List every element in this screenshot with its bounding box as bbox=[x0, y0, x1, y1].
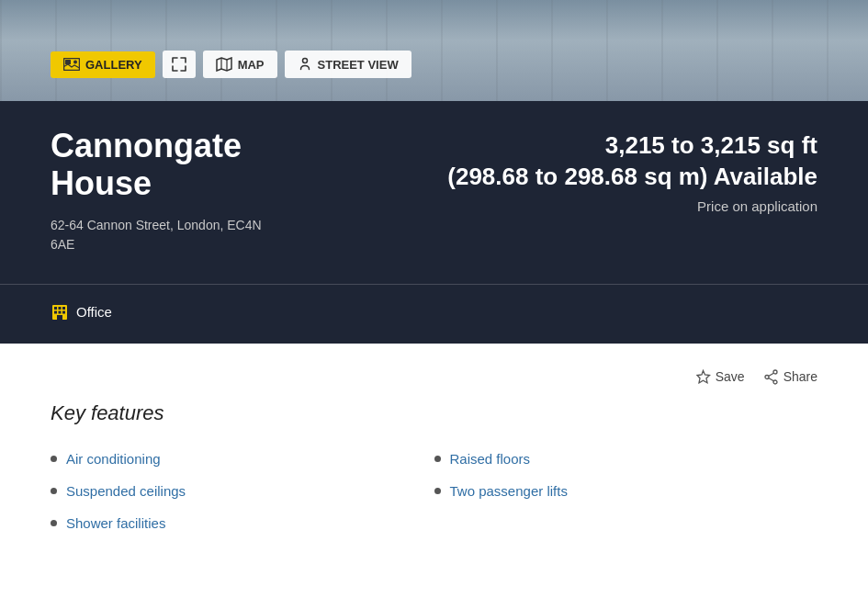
list-item: Suspended ceilings bbox=[51, 483, 434, 499]
svg-rect-8 bbox=[54, 310, 57, 313]
svg-point-13 bbox=[773, 380, 777, 384]
type-badge: Office bbox=[51, 303, 817, 321]
share-icon bbox=[763, 369, 779, 385]
gallery-button[interactable]: GALLERY bbox=[51, 51, 155, 78]
info-bar: Cannongate House 62-64 Cannon Street, Lo… bbox=[0, 101, 868, 284]
building-icon bbox=[51, 303, 69, 321]
list-item: Two passenger lifts bbox=[434, 483, 818, 499]
map-button[interactable]: MAP bbox=[203, 51, 277, 78]
svg-point-3 bbox=[302, 59, 307, 63]
list-item: Raised floors bbox=[434, 451, 818, 467]
svg-line-16 bbox=[768, 378, 773, 380]
map-icon bbox=[216, 57, 232, 72]
size-text: 3,215 to 3,215 sq ft (298.68 to 298.68 s… bbox=[447, 130, 817, 193]
bullet-icon bbox=[434, 456, 441, 462]
price-text: Price on application bbox=[447, 198, 817, 214]
svg-line-15 bbox=[768, 373, 773, 376]
property-title: Cannongate House bbox=[51, 127, 262, 203]
actions-row: Save Share bbox=[51, 369, 817, 385]
property-address: 62-64 Cannon Street, London, EC4N 6AE bbox=[51, 216, 262, 254]
info-right: 3,215 to 3,215 sq ft (298.68 to 298.68 s… bbox=[447, 127, 817, 214]
list-item: Shower facilities bbox=[51, 515, 434, 531]
star-icon bbox=[695, 369, 711, 385]
feature-link-shower-facilities[interactable]: Shower facilities bbox=[66, 515, 165, 531]
section-title: Key features bbox=[51, 401, 817, 425]
street-view-icon bbox=[298, 57, 312, 72]
bullet-icon bbox=[51, 456, 57, 462]
features-right-column: Raised floors Two passenger lifts bbox=[434, 451, 818, 531]
info-left: Cannongate House 62-64 Cannon Street, Lo… bbox=[51, 127, 262, 254]
svg-rect-7 bbox=[62, 307, 65, 310]
share-button[interactable]: Share bbox=[763, 369, 817, 385]
feature-link-raised-floors[interactable]: Raised floors bbox=[450, 451, 531, 467]
svg-rect-5 bbox=[54, 307, 57, 310]
type-row: Office bbox=[0, 284, 868, 344]
expand-icon bbox=[172, 57, 186, 72]
feature-link-air-conditioning[interactable]: Air conditioning bbox=[66, 451, 161, 467]
main-content: Save Share Key features Air conditioning bbox=[0, 344, 868, 568]
svg-rect-1 bbox=[65, 60, 71, 64]
street-view-button[interactable]: STREET VIEW bbox=[285, 51, 411, 78]
bullet-icon bbox=[51, 520, 57, 526]
features-left-column: Air conditioning Suspended ceilings Show… bbox=[51, 451, 434, 531]
property-type-label: Office bbox=[76, 304, 112, 320]
feature-link-suspended-ceilings[interactable]: Suspended ceilings bbox=[66, 483, 186, 499]
svg-rect-6 bbox=[59, 307, 62, 310]
list-item: Air conditioning bbox=[51, 451, 434, 467]
svg-point-14 bbox=[765, 375, 769, 378]
svg-rect-10 bbox=[62, 310, 65, 313]
bullet-icon bbox=[434, 488, 441, 494]
gallery-icon bbox=[63, 58, 80, 71]
hero-image: GALLERY MAP STREET VIEW bbox=[0, 0, 868, 101]
svg-point-2 bbox=[73, 61, 77, 64]
svg-rect-9 bbox=[59, 310, 62, 313]
feature-link-two-passenger-lifts[interactable]: Two passenger lifts bbox=[450, 483, 568, 499]
features-grid: Air conditioning Suspended ceilings Show… bbox=[51, 451, 817, 531]
svg-point-12 bbox=[773, 370, 777, 374]
svg-rect-11 bbox=[57, 315, 62, 320]
save-button[interactable]: Save bbox=[695, 369, 745, 385]
expand-button[interactable] bbox=[163, 51, 196, 78]
bullet-icon bbox=[51, 488, 57, 494]
